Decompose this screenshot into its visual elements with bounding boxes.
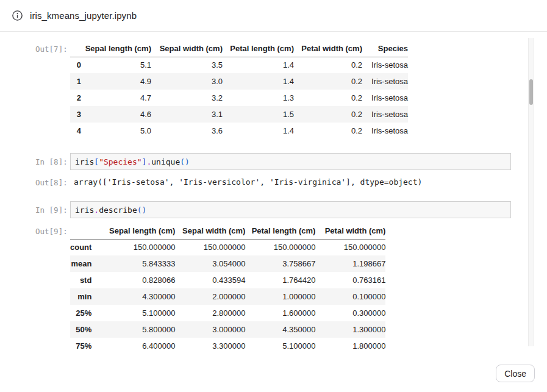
cell-input-8: In [8]: iris["Species"].unique() [0,153,547,170]
column-header [70,41,81,57]
table-cell: 1.764420 [245,272,315,288]
code-token: unique [151,157,180,166]
output-prompt: Out[8]: [35,176,70,187]
table-row: 45.03.61.40.2Iris-setosa [70,123,408,139]
row-index: count [70,239,91,255]
table-cell: 4.7 [81,90,151,106]
code-token: . [94,205,99,215]
row-index: 0 [70,57,81,73]
table-cell: Iris-setosa [362,90,408,106]
table-cell: 3.758667 [245,255,315,272]
code-token: [ [94,157,99,166]
input-prompt: In [9]: [35,201,70,215]
table-cell: 5.0 [81,123,151,139]
dialog-title: iris_kmeans_jupyter.ipynb [30,10,137,21]
cell-output-8: Out[8]: array(['Iris-setosa', 'Iris-vers… [0,176,547,187]
table-cell: 3.6 [151,123,223,139]
code-token: iris [75,157,94,166]
table-row: 75%6.4000003.3000005.1000001.800000 [70,338,385,352]
table-cell: 150.000000 [245,239,315,255]
table-row: std0.8280660.4335941.7644200.763161 [70,272,385,288]
table-cell: 2.000000 [175,288,245,305]
notebook-preview-content: Out[7]: Sepal length (cm)Sepal width (cm… [0,32,547,352]
table-row: 14.93.01.40.2Iris-setosa [70,73,408,90]
column-header [70,223,91,239]
table-cell: 1.300000 [315,321,385,338]
table-cell: 1.4 [223,73,294,90]
table-cell: 2.800000 [175,305,245,321]
code-cell: iris["Species"].unique() [70,153,511,170]
table-cell: 3.2 [151,90,223,106]
table-cell: 4.300000 [91,288,175,305]
table-cell: 0.828066 [91,272,175,288]
table-cell: 4.350000 [245,321,315,338]
code-cell: iris.describe() [70,201,511,218]
column-header: Petal length (cm) [245,223,315,239]
table-cell: 5.1 [81,57,151,73]
scrollbar-track[interactable] [528,38,534,346]
code-token: () [137,205,147,215]
column-header: Sepal width (cm) [175,223,245,239]
table-cell: 5.843333 [91,255,175,272]
table-cell: Iris-setosa [362,73,408,90]
code-token: describe [99,205,137,215]
code-token: () [180,157,190,166]
table-cell: 1.5 [223,106,294,123]
code-token: iris [75,205,94,215]
table-cell: 0.433594 [175,272,245,288]
table-row: 25%5.1000002.8000001.6000000.300000 [70,305,385,321]
table-row: 34.63.11.50.2Iris-setosa [70,106,408,123]
column-header: Species [362,41,408,57]
table-cell: 4.6 [81,106,151,123]
table-cell: 0.2 [294,123,362,139]
close-button[interactable]: Close [496,365,535,382]
column-header: Petal width (cm) [294,41,362,57]
table-cell: 3.000000 [175,321,245,338]
table-row: mean5.8433333.0540003.7586671.198667 [70,255,385,272]
table-row: 05.13.51.40.2Iris-setosa [70,57,408,73]
column-header: Petal width (cm) [315,223,385,239]
column-header: Sepal length (cm) [91,223,175,239]
table-cell: 1.000000 [245,288,315,305]
row-index: 50% [70,321,91,338]
table-cell: 150.000000 [315,239,385,255]
table-cell: 3.054000 [175,255,245,272]
column-header: Sepal width (cm) [151,41,223,57]
table-cell: 3.5 [151,57,223,73]
table-cell: 1.3 [223,90,294,106]
table-cell: 6.400000 [91,338,175,352]
table-cell: 5.800000 [91,321,175,338]
scrollbar-thumb[interactable] [529,79,533,105]
row-index: 75% [70,338,91,352]
row-index: 25% [70,305,91,321]
column-header: Petal length (cm) [223,41,294,57]
code-token: "Species" [99,157,141,166]
table-cell: 3.1 [151,106,223,123]
row-index: 1 [70,73,81,90]
table-cell: 150.000000 [175,239,245,255]
table-row: 50%5.8000003.0000004.3500001.300000 [70,321,385,338]
row-index: std [70,272,91,288]
info-icon [12,10,23,21]
file-preview-dialog: iris_kmeans_jupyter.ipynb Out[7]: Sepal … [0,0,547,352]
array-output: array(['Iris-setosa', 'Iris-versicolor',… [70,176,422,187]
table-cell: 0.763161 [315,272,385,288]
table-row: count150.000000150.000000150.000000150.0… [70,239,385,255]
table-cell: Iris-setosa [362,106,408,123]
cell-output-7: Out[7]: Sepal length (cm)Sepal width (cm… [0,41,547,139]
table-cell: 0.2 [294,90,362,106]
column-header: Sepal length (cm) [81,41,151,57]
table-cell: 0.2 [294,57,362,73]
table-cell: 1.800000 [315,338,385,352]
table-cell: 4.9 [81,73,151,90]
code-token: . [146,157,151,166]
code-token: ] [142,157,147,166]
table-cell: 0.2 [294,73,362,90]
input-prompt: In [8]: [35,153,70,166]
header-row: Sepal length (cm)Sepal width (cm)Petal l… [70,223,385,239]
table-cell: 1.198667 [315,255,385,272]
table-cell: 1.600000 [245,305,315,321]
table-cell: 3.300000 [175,338,245,352]
table-row: 24.73.21.30.2Iris-setosa [70,90,408,106]
table-cell: 0.100000 [315,288,385,305]
